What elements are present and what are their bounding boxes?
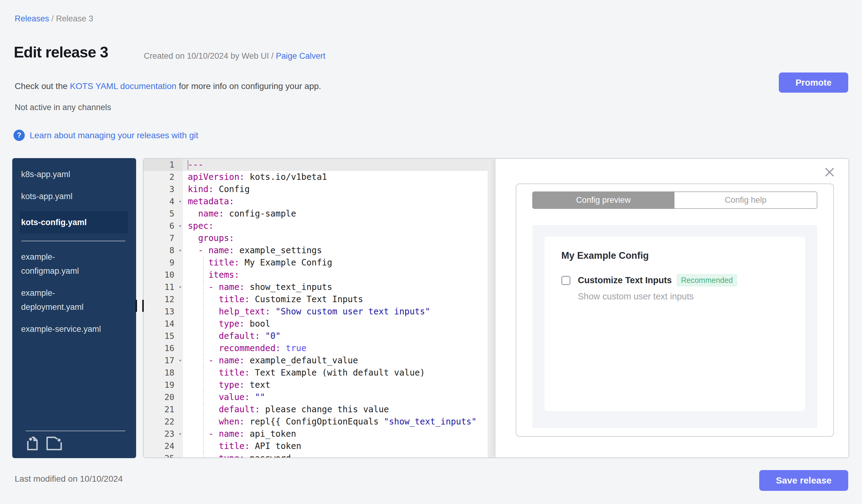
created-text: Created on 10/10/2024 by Web UI / bbox=[144, 51, 276, 61]
file-item-example-configmap.yaml[interactable]: example-configmap.yaml bbox=[21, 250, 128, 278]
code-text[interactable]: value: "" bbox=[183, 391, 495, 403]
save-release-button[interactable]: Save release bbox=[759, 470, 848, 491]
line-number: 6▾ bbox=[143, 220, 183, 232]
code-text[interactable]: when: repl{{ ConfigOptionEquals "show_te… bbox=[183, 416, 495, 428]
line-number: 3 bbox=[143, 183, 183, 196]
code-text[interactable]: title: Customize Text Inputs bbox=[183, 293, 495, 306]
indent-guide bbox=[203, 330, 204, 342]
code-text[interactable]: default: please change this value bbox=[183, 403, 495, 416]
indent-guide bbox=[203, 281, 204, 293]
new-folder-icon[interactable] bbox=[46, 436, 64, 452]
config-preview-area: My Example Config Customize Text Inputs … bbox=[532, 225, 817, 428]
editor-line-15[interactable]: 15 default: "0" bbox=[143, 330, 495, 342]
indent-guide bbox=[203, 416, 204, 428]
editor-line-21[interactable]: 21 default: please change this value bbox=[143, 403, 495, 416]
code-editor[interactable]: 1---2apiVersion: kots.io/v1beta13kind: C… bbox=[143, 158, 849, 458]
file-item-k8s-app.yaml[interactable]: k8s-app.yaml bbox=[21, 167, 128, 181]
line-number: 24 bbox=[143, 440, 183, 452]
editor-line-17[interactable]: 17▾ - name: example_default_value bbox=[143, 355, 495, 367]
line-number: 19 bbox=[143, 379, 183, 391]
editor-line-24[interactable]: 24 title: API token bbox=[143, 440, 495, 452]
code-text[interactable]: - name: api_token bbox=[183, 428, 495, 440]
editor-line-25[interactable]: 25 type: password bbox=[143, 452, 495, 458]
editor-line-22[interactable]: 22 when: repl{{ ConfigOptionEquals "show… bbox=[143, 416, 495, 428]
code-text[interactable]: type: password bbox=[183, 452, 495, 458]
fold-arrow-icon[interactable]: ▾ bbox=[179, 355, 182, 367]
file-item-example-deployment.yaml[interactable]: example-deployment.yaml bbox=[21, 286, 128, 314]
code-text[interactable]: - name: show_text_inputs bbox=[183, 281, 495, 293]
git-releases-link[interactable]: Learn about managing your releases with … bbox=[30, 131, 198, 141]
kots-yaml-docs-link[interactable]: KOTS YAML documentation bbox=[70, 81, 177, 91]
editor-line-23[interactable]: 23▾ - name: api_token bbox=[143, 428, 495, 440]
indent-guide bbox=[203, 256, 204, 269]
file-sidebar: k8s-app.yamlkots-app.yamlkots-config.yam… bbox=[12, 158, 136, 458]
editor-line-7[interactable]: 7 groups: bbox=[143, 232, 495, 244]
editor-line-8[interactable]: 8▾ - name: example_settings bbox=[143, 244, 495, 256]
code-text[interactable]: - name: example_settings bbox=[183, 244, 495, 256]
editor-line-12[interactable]: 12 title: Customize Text Inputs bbox=[143, 293, 495, 306]
tab-config-help[interactable]: Config help bbox=[675, 191, 817, 209]
line-number: 11▾ bbox=[143, 281, 183, 293]
last-modified-text: Last modified on 10/10/2024 bbox=[15, 474, 123, 484]
code-text[interactable]: default: "0" bbox=[183, 330, 495, 342]
code-text[interactable]: - name: example_default_value bbox=[183, 355, 495, 367]
panel-tabs: Config previewConfig help bbox=[532, 191, 817, 209]
editor-scrollbar[interactable] bbox=[487, 159, 495, 457]
new-file-icon[interactable] bbox=[26, 436, 39, 452]
editor-line-11[interactable]: 11▾ - name: show_text_inputs bbox=[143, 281, 495, 293]
sidebar-resize-handle-bar[interactable] bbox=[135, 300, 137, 312]
code-text[interactable]: metadata: bbox=[183, 196, 495, 208]
customize-text-inputs-checkbox[interactable] bbox=[561, 276, 571, 285]
promote-button[interactable]: Promote bbox=[779, 72, 848, 93]
code-text[interactable]: name: config-sample bbox=[183, 208, 495, 220]
fold-arrow-icon[interactable]: ▾ bbox=[179, 244, 182, 256]
file-item-example-service.yaml[interactable]: example-service.yaml bbox=[21, 322, 128, 336]
code-text[interactable]: recommended: true bbox=[183, 342, 495, 355]
editor-line-18[interactable]: 18 title: Text Example (with default val… bbox=[143, 367, 495, 379]
tab-config-preview[interactable]: Config preview bbox=[532, 191, 675, 209]
editor-line-3[interactable]: 3kind: Config bbox=[143, 183, 495, 196]
editor-line-20[interactable]: 20 value: "" bbox=[143, 391, 495, 403]
indent-guide bbox=[203, 318, 204, 330]
line-number: 14 bbox=[143, 318, 183, 330]
config-item-row: Customize Text Inputs Recommended bbox=[561, 274, 796, 287]
code-text[interactable]: apiVersion: kots.io/v1beta1 bbox=[183, 171, 495, 183]
config-item-label[interactable]: Customize Text Inputs bbox=[578, 275, 672, 285]
editor-line-6[interactable]: 6▾spec: bbox=[143, 220, 495, 232]
breadcrumb-releases-link[interactable]: Releases bbox=[15, 14, 49, 23]
file-item-kots-config.yaml[interactable]: kots-config.yaml bbox=[19, 211, 128, 233]
docs-hint-pre: Check out the bbox=[15, 81, 70, 91]
code-text[interactable]: title: Text Example (with default value) bbox=[183, 367, 495, 379]
sidebar-resize-handle-bar[interactable] bbox=[142, 300, 144, 312]
editor-line-16[interactable]: 16 recommended: true bbox=[143, 342, 495, 355]
code-text[interactable]: groups: bbox=[183, 232, 495, 244]
code-text[interactable]: help_text: "Show custom user text inputs… bbox=[183, 306, 495, 318]
editor-line-5[interactable]: 5 name: config-sample bbox=[143, 208, 495, 220]
line-number: 13 bbox=[143, 306, 183, 318]
code-text[interactable]: type: text bbox=[183, 379, 495, 391]
code-text[interactable]: spec: bbox=[183, 220, 495, 232]
code-text[interactable]: --- bbox=[183, 159, 495, 171]
code-text[interactable]: title: My Example Config bbox=[183, 256, 495, 269]
editor-line-2[interactable]: 2apiVersion: kots.io/v1beta1 bbox=[143, 171, 495, 183]
code-text[interactable]: title: API token bbox=[183, 440, 495, 452]
code-text[interactable]: kind: Config bbox=[183, 183, 495, 196]
editor-line-1[interactable]: 1--- bbox=[143, 159, 495, 171]
editor-line-9[interactable]: 9 title: My Example Config bbox=[143, 256, 495, 269]
editor-line-13[interactable]: 13 help_text: "Show custom user text inp… bbox=[143, 306, 495, 318]
fold-arrow-icon[interactable]: ▾ bbox=[179, 220, 182, 232]
fold-arrow-icon[interactable]: ▾ bbox=[179, 196, 182, 208]
editor-line-19[interactable]: 19 type: text bbox=[143, 379, 495, 391]
indent-guide bbox=[203, 269, 204, 281]
code-text[interactable]: type: bool bbox=[183, 318, 495, 330]
line-number: 9 bbox=[143, 256, 183, 269]
file-item-kots-app.yaml[interactable]: kots-app.yaml bbox=[21, 189, 128, 203]
fold-arrow-icon[interactable]: ▾ bbox=[179, 281, 182, 293]
editor-line-14[interactable]: 14 type: bool bbox=[143, 318, 495, 330]
editor-line-4[interactable]: 4▾metadata: bbox=[143, 196, 495, 208]
author-link[interactable]: Paige Calvert bbox=[276, 51, 325, 61]
code-text[interactable]: items: bbox=[183, 269, 495, 281]
close-icon[interactable] bbox=[825, 167, 835, 177]
editor-line-10[interactable]: 10 items: bbox=[143, 269, 495, 281]
fold-arrow-icon[interactable]: ▾ bbox=[179, 428, 182, 440]
